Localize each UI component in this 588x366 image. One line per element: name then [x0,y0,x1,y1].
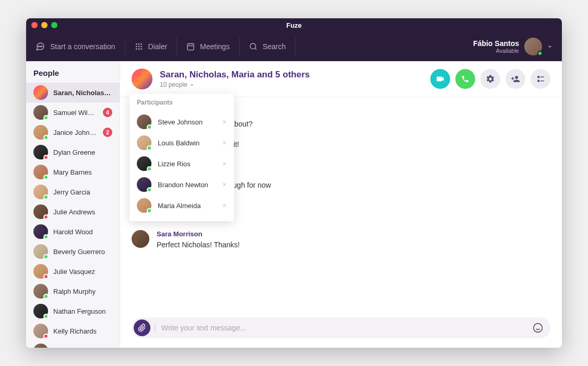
audio-call-button[interactable] [455,69,475,89]
avatar [33,304,48,318]
remove-participant-button[interactable]: × [220,139,229,147]
meetings-button[interactable]: Meetings [177,38,240,55]
add-person-button[interactable] [505,69,525,89]
paperclip-icon [138,324,146,332]
sidebar-item-label: Mary Barnes [53,168,112,176]
video-call-button[interactable] [430,69,450,89]
participant-row: Brandon Newton× [137,174,229,195]
svg-point-7 [138,46,139,48]
members-list-button[interactable] [531,69,550,89]
presence-indicator [43,294,49,299]
sidebar-list[interactable]: Saran, Nicholas, M...Samuel Wilson4Janic… [26,83,120,348]
sidebar-item[interactable]: Julie Andrews [26,202,120,222]
participant-name: Brandon Newton [158,181,214,189]
sidebar-item[interactable]: Beverly Guerrero [26,242,120,261]
avatar [33,244,48,259]
remove-participant-button[interactable]: × [220,159,229,168]
presence-indicator [43,254,49,259]
settings-button[interactable] [480,69,500,89]
unread-badge: 2 [103,128,112,137]
sidebar-item[interactable]: Ralph Lauren [26,341,120,348]
sidebar-item[interactable]: Kelly Richards [26,321,120,341]
participant-row: Maria Almeida× [137,195,229,216]
avatar [33,204,48,219]
svg-rect-21 [540,81,544,82]
sidebar-item-label: Saran, Nicholas, M... [53,89,112,97]
participant-name: Lizzie Rios [158,160,214,168]
sidebar-item-label: Ralph Lauren [53,347,112,348]
participant-row: Steve Johnson× [137,111,229,132]
svg-point-5 [140,43,142,45]
presence-indicator [43,155,49,160]
presence-indicator [147,124,152,130]
current-user-menu[interactable]: Fábio Santos Available [473,38,552,55]
sidebar-item[interactable]: Julie Vasquez [26,261,120,281]
presence-indicator [43,314,49,319]
sidebar-item[interactable]: Samuel Wilson4 [26,102,120,122]
participant-row: Louis Baldwin× [137,132,229,153]
unread-badge: 4 [103,108,112,117]
people-count-toggle[interactable]: 10 people [160,81,310,88]
svg-line-17 [255,48,256,50]
app-toolbar: Start a conversation Dialer Meetings Sea… [26,32,562,61]
avatar [33,284,48,299]
remove-participant-button[interactable]: × [220,201,229,210]
window-title: Fuze [286,21,302,29]
attach-button[interactable] [134,319,150,336]
avatar [33,145,48,159]
svg-point-8 [140,46,142,48]
current-user-status: Available [473,48,519,54]
avatar [33,324,48,338]
participants-list[interactable]: Steve Johnson×Louis Baldwin×Lizzie Rios×… [137,111,232,216]
search-button[interactable]: Search [240,38,296,55]
svg-point-6 [136,46,137,48]
video-icon [436,74,445,84]
group-avatar [132,68,152,89]
presence-indicator [43,115,49,120]
presence-indicator [43,274,49,279]
maximize-window-button[interactable] [51,22,57,28]
sidebar-item[interactable]: Ralph Murphy [26,281,120,301]
window-titlebar: Fuze [26,18,562,32]
presence-indicator [43,175,49,180]
svg-point-0 [38,46,39,47]
sidebar-item[interactable]: Nathan Ferguson [26,301,120,321]
sidebar-item[interactable]: Dylan Greene [26,142,120,162]
window-controls [31,22,57,28]
dialer-button[interactable]: Dialer [125,38,178,55]
svg-rect-12 [187,44,194,50]
sidebar-item-label: Beverly Guerrero [53,248,112,256]
avatar [33,185,48,199]
sidebar-item-label: Dylan Greene [53,148,112,156]
composer [120,311,562,348]
emoji-button[interactable] [533,323,543,333]
sidebar-item[interactable]: Saran, Nicholas, M... [26,83,120,102]
phone-icon [461,75,469,83]
participant-row: Lizzie Rios× [137,153,229,174]
avatar [33,344,48,348]
app-window: Fuze Start a conversation Dialer Meeting… [26,18,562,348]
message-input[interactable] [155,323,533,333]
participant-name: Steve Johnson [158,118,214,126]
search-icon [249,42,257,51]
sidebar-item[interactable]: Harold Wood [26,222,120,242]
chat-panel: Saran, Nicholas, Maria and 5 others 10 p… [120,61,562,348]
smile-icon [533,323,543,333]
close-window-button[interactable] [31,22,38,28]
start-conversation-button[interactable]: Start a conversation [36,38,125,55]
sidebar-item[interactable]: Janice Johnston2 [26,122,120,142]
avatar [33,105,48,120]
presence-indicator [147,187,152,192]
sidebar-item-label: Jerry Garcia [53,188,112,196]
minimize-window-button[interactable] [41,22,48,28]
remove-participant-button[interactable]: × [220,118,229,126]
people-sidebar: People Saran, Nicholas, M...Samuel Wilso… [26,61,120,348]
svg-point-22 [534,324,543,333]
toolbar-label: Start a conversation [50,42,115,51]
sidebar-title: People [26,61,120,83]
sidebar-item[interactable]: Mary Barnes [26,162,120,182]
sidebar-item[interactable]: Jerry Garcia [26,182,120,202]
avatar [137,135,151,150]
avatar [137,198,151,213]
remove-participant-button[interactable]: × [220,180,229,189]
